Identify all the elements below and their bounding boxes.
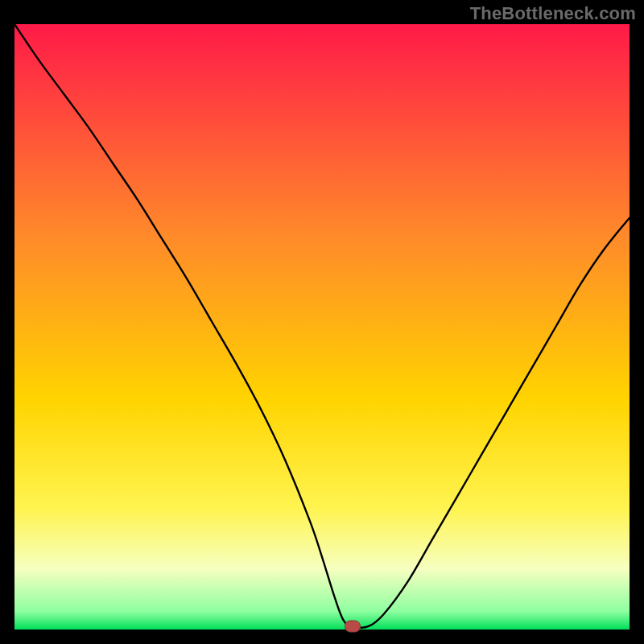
chart-container: TheBottleneck.com — [0, 0, 644, 644]
current-point-marker — [345, 621, 361, 633]
gradient-background — [14, 24, 630, 630]
bottleneck-plot — [14, 24, 630, 630]
watermark-text: TheBottleneck.com — [470, 3, 636, 24]
